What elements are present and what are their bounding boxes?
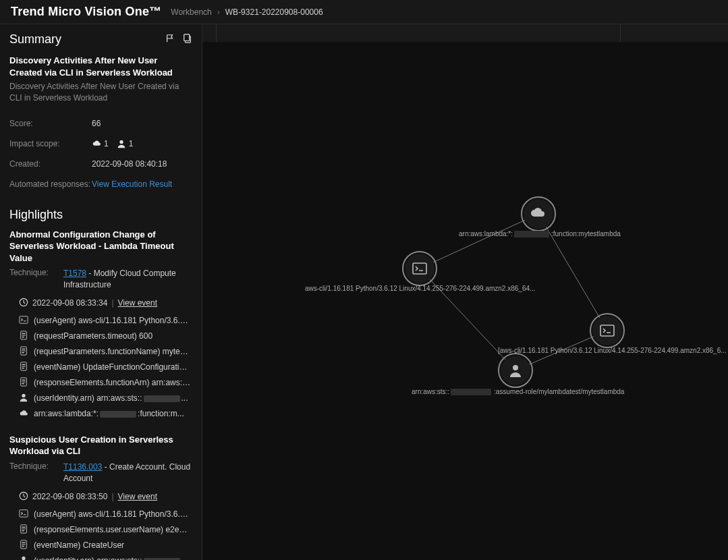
view-event-link[interactable]: View event — [118, 298, 157, 308]
impact-cloud-count: 1 — [104, 139, 109, 148]
event-detail-row: (requestParameters.functionName) mytestl… — [9, 344, 192, 360]
event-time-row: 2022-09-08 08:33:34 | View event — [19, 298, 192, 309]
event-detail-row: (responseElements.functionArn) arn:aws:l… — [9, 375, 192, 391]
graph-node-user-label-post: :assumed-role/mylambdatest/mytestlambda — [494, 388, 625, 395]
breadcrumb-root[interactable]: Workbench — [171, 7, 211, 17]
user-icon — [19, 393, 28, 404]
highlight-block[interactable]: Abnormal Configuration Change of Serverl… — [9, 229, 192, 422]
svg-point-24 — [592, 316, 622, 345]
cloud-icon — [19, 408, 28, 420]
event-detail-row: (eventName) UpdateFunctionConfiguration.… — [9, 360, 192, 375]
created-value: 2022-09-08 08:40:18 — [92, 159, 167, 169]
summary-heading: Summary — [9, 32, 61, 47]
event-detail-row: (requestParameters.timeout) 600 — [9, 329, 192, 344]
graph-node-cli2[interactable] — [590, 314, 624, 347]
svg-point-29 — [513, 365, 518, 370]
graph-node-cli1[interactable] — [403, 252, 437, 285]
breadcrumb: Workbench › WB-9321-20220908-00006 — [171, 7, 323, 17]
redact-block — [100, 411, 136, 418]
view-execution-link[interactable]: View Execution Result — [92, 179, 172, 189]
highlight-heading: Abnormal Configuration Change of Serverl… — [9, 229, 192, 264]
technique-link[interactable]: T1136.003 — [63, 462, 102, 472]
summary-panel: Summary Discovery Activities After New U… — [0, 24, 202, 560]
graph-node-lambda-label-pre: arn:aws:lambda:*: — [459, 230, 513, 237]
svg-rect-4 — [20, 316, 28, 324]
svg-rect-1 — [184, 34, 190, 40]
svg-rect-11 — [20, 509, 28, 517]
redact-block — [144, 395, 180, 402]
technique-link[interactable]: T1578 — [63, 269, 86, 278]
technique-row: Technique:T1136.003 - Create Account. Cl… — [9, 461, 192, 484]
user-icon — [19, 555, 28, 560]
alert-subtitle: Discovery Activities After New User Crea… — [9, 81, 192, 104]
event-time-row: 2022-09-08 08:33:50 | View event — [19, 491, 192, 503]
event-detail-row: (userIdentity.arn) arn:aws:sts::... — [9, 553, 192, 560]
event-detail-row: (userAgent) aws-cli/1.16.181 Python/3.6.… — [9, 507, 192, 522]
technique-row: Technique:T1578 - Modify Cloud Compute I… — [9, 268, 192, 291]
graph-node-user[interactable] — [499, 354, 532, 387]
clock-icon — [19, 491, 28, 503]
view-event-link[interactable]: View event — [118, 492, 157, 501]
highlights-heading: Highlights — [9, 208, 192, 222]
graph-node-user-label-pre: arn:aws:sts:: — [412, 388, 449, 395]
event-detail-row: (userIdentity.arn) arn:aws:sts::... — [9, 391, 192, 406]
top-bar: Trend Micro Vision One™ Workbench › WB-9… — [0, 0, 728, 24]
brand-logo: Trend Micro Vision One™ — [11, 5, 161, 19]
terminal-icon — [19, 315, 28, 327]
svg-line-15 — [420, 214, 538, 269]
svg-line-17 — [420, 269, 515, 370]
cloud-icon — [92, 139, 101, 148]
breadcrumb-current: WB-9321-20220908-00006 — [225, 7, 323, 17]
row-impact: Impact scope: 1 1 — [9, 134, 192, 154]
row-automated: Automated responses: View Execution Resu… — [9, 174, 192, 194]
graph-canvas[interactable]: arn:aws:lambda:*: :function:mytestlambda… — [202, 24, 728, 560]
svg-point-14 — [22, 556, 25, 559]
redact-block — [451, 389, 491, 395]
doc-icon — [19, 346, 28, 358]
row-created: Created: 2022-09-08 08:40:18 — [9, 154, 192, 174]
svg-point-21 — [405, 254, 435, 283]
highlight-heading: Suspicious User Creation in Serverless W… — [9, 434, 192, 457]
event-detail-row: (responseElements.user.userName) e2e_int… — [9, 522, 192, 538]
doc-icon — [19, 524, 28, 536]
doc-icon — [19, 377, 28, 389]
chevron-right-icon: › — [217, 7, 220, 17]
copy-icon[interactable] — [183, 34, 192, 46]
flag-icon[interactable] — [165, 34, 175, 46]
graph-node-cli1-label: aws-cli/1.16.181 Python/3.6.12 Linux/4.1… — [305, 285, 535, 292]
clock-icon — [19, 298, 28, 309]
graph-node-lambda[interactable] — [522, 197, 555, 231]
svg-point-9 — [22, 394, 25, 397]
event-detail-row: arn:aws:lambda:*::function:m... — [9, 406, 192, 422]
redact-block — [514, 231, 549, 237]
graph-node-lambda-label-post: :function:mytestlambda — [551, 230, 621, 237]
terminal-icon — [19, 509, 28, 520]
alert-title: Discovery Activities After New User Crea… — [9, 55, 192, 78]
graph-node-cli2-label: [aws-cli/1.16.181 Python/3.6.12 Linux/4.… — [498, 347, 727, 354]
event-detail-row: (userAgent) aws-cli/1.16.181 Python/3.6.… — [9, 313, 192, 329]
svg-point-2 — [119, 140, 123, 143]
user-icon — [117, 139, 126, 148]
highlight-block[interactable]: Suspicious User Creation in Serverless W… — [9, 434, 192, 560]
doc-icon — [19, 331, 28, 342]
doc-icon — [19, 362, 28, 373]
doc-icon — [19, 540, 28, 551]
score-value: 66 — [92, 119, 101, 128]
impact-user-count: 1 — [129, 139, 134, 148]
event-detail-row: (eventName) CreateUser — [9, 538, 192, 553]
row-score: Score: 66 — [9, 113, 192, 134]
